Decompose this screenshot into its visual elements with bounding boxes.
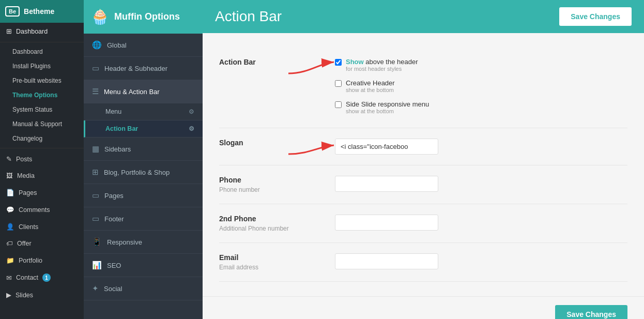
muffin-nav-responsive[interactable]: 📱 Responsive: [84, 231, 203, 254]
email-controls: [335, 253, 627, 269]
email-input[interactable]: [335, 253, 438, 269]
main-content: Action Bar Save Changes Action Bar: [203, 0, 644, 319]
second-phone-input[interactable]: [335, 215, 438, 231]
email-label-col: Email Email address: [219, 253, 323, 271]
sidebar-item-prebuilt[interactable]: Pre-built websites: [0, 73, 84, 88]
main-body: Action Bar Show above the header: [203, 33, 644, 296]
sidebar-item-dashboard-main[interactable]: ⊞ Dashboard: [0, 23, 84, 40]
global-icon: 🌐: [92, 40, 102, 50]
muffin-nav-menu-action-bar[interactable]: ☰ Menu & Action Bar: [84, 80, 203, 103]
sidebar-item-theme-options[interactable]: Theme Options: [0, 88, 84, 102]
email-row: Email Email address: [219, 243, 627, 282]
sidebar-item-contact[interactable]: ✉ Contact 1: [0, 269, 84, 286]
dashboard-grid-icon: ⊞: [6, 27, 12, 35]
sidebar-item-clients[interactable]: 👤 Clients: [0, 218, 84, 235]
show-above-header-checkbox[interactable]: [335, 59, 342, 66]
pages-nav-icon: ▭: [92, 191, 99, 200]
action-bar-row: Action Bar Show above the header: [219, 48, 627, 128]
muffin-nav-social[interactable]: ✦ Social: [84, 277, 203, 300]
email-sublabel: Email address: [219, 264, 323, 271]
phone-row: Phone Phone number: [219, 165, 627, 204]
sidebar-item-comments[interactable]: 💬 Comments: [0, 201, 84, 218]
page-title: Action Bar: [215, 8, 282, 25]
action-bar-label: Action Bar: [219, 58, 323, 66]
sidebar-item-media[interactable]: 🖼 Media: [0, 168, 84, 184]
sidebar-item-dashboard[interactable]: Dashboard: [0, 44, 84, 59]
sidebar-item-offer[interactable]: 🏷 Offer: [0, 235, 84, 252]
muffin-options-panel: 🧁 Muffin Options 🌐 Global ▭ Header & Sub…: [84, 0, 203, 319]
phone-input[interactable]: [335, 176, 438, 192]
action-bar-gear-icon: ⚙: [189, 125, 194, 132]
sidebar-item-posts[interactable]: ✎ Posts: [0, 150, 84, 168]
portfolio-icon: 📁: [6, 256, 14, 264]
wp-sidebar: Be Betheme ⊞ Dashboard Dashboard Install…: [0, 0, 84, 319]
side-slide-label: Side Slide responsive menu: [346, 100, 429, 108]
creative-header-sublabel: show at the bottom: [346, 87, 395, 93]
muffin-title: Muffin Options: [114, 11, 180, 22]
muffin-icon: 🧁: [91, 8, 109, 25]
be-badge: Be: [5, 6, 20, 17]
sidebar-item-label: Dashboard: [16, 28, 48, 35]
creative-header-checkbox[interactable]: [335, 80, 342, 87]
sidebar-item-system-status[interactable]: System Status: [0, 102, 84, 117]
header-icon: ▭: [92, 64, 99, 73]
slogan-input[interactable]: [335, 139, 438, 155]
menu-gear-icon: ⚙: [189, 108, 194, 115]
muffin-nav-blog-portfolio[interactable]: ⊞ Blog, Portfolio & Shop: [84, 161, 203, 184]
comments-icon: 💬: [6, 206, 14, 214]
second-phone-row: 2nd Phone Additional Phone number: [219, 204, 627, 243]
save-changes-button-bottom[interactable]: Save Changes: [555, 305, 627, 319]
second-phone-sublabel: Additional Phone number: [219, 225, 323, 232]
social-icon: ✦: [92, 284, 99, 293]
footer-icon: ▭: [92, 214, 99, 223]
main-header: Action Bar Save Changes: [203, 0, 644, 33]
muffin-subnav-action-bar[interactable]: Action Bar ⚙: [84, 120, 203, 138]
media-icon: 🖼: [6, 172, 13, 179]
sidebars-icon: ▦: [92, 144, 99, 154]
checkbox-creative-header: Creative Header show at the bottom: [335, 79, 627, 93]
sidebar-item-slides[interactable]: ▶ Slides: [0, 286, 84, 303]
slogan-controls: [335, 139, 627, 155]
seo-icon: 📊: [92, 261, 102, 270]
muffin-nav-footer[interactable]: ▭ Footer: [84, 207, 203, 231]
slides-icon: ▶: [6, 291, 11, 299]
slogan-label-col: Slogan: [219, 139, 323, 149]
sidebar-item-pages[interactable]: 📄 Pages: [0, 184, 84, 201]
muffin-subnav-menu[interactable]: Menu ⚙: [84, 103, 203, 120]
muffin-nav-sidebars[interactable]: ▦ Sidebars: [84, 138, 203, 161]
action-bar-label-col: Action Bar: [219, 58, 323, 68]
muffin-nav-header-subheader[interactable]: ▭ Header & Subheader: [84, 57, 203, 80]
show-above-header-label: Show above the header: [346, 58, 418, 66]
sidebar-brand-label: Betheme: [24, 7, 54, 16]
sidebar-item-portfolio[interactable]: 📁 Portfolio: [0, 252, 84, 269]
muffin-nav-seo[interactable]: 📊 SEO: [84, 254, 203, 277]
blog-icon: ⊞: [92, 168, 99, 177]
side-slide-checkbox[interactable]: [335, 101, 342, 108]
posts-icon: ✎: [6, 155, 12, 163]
muffin-header: 🧁 Muffin Options: [84, 0, 203, 34]
phone-label: Phone: [219, 176, 323, 184]
second-phone-label: 2nd Phone: [219, 215, 323, 223]
offer-icon: 🏷: [6, 240, 13, 247]
pages-icon: 📄: [6, 189, 14, 196]
phone-controls: [335, 176, 627, 192]
responsive-icon: 📱: [92, 237, 102, 247]
contact-badge: 1: [42, 274, 51, 282]
checkbox-show-above-header: Show above the header for most header st…: [335, 58, 627, 72]
slogan-row: Slogan: [219, 128, 627, 165]
save-changes-button-top[interactable]: Save Changes: [559, 7, 632, 26]
sidebar-brand[interactable]: Be Betheme: [0, 0, 84, 23]
phone-label-col: Phone Phone number: [219, 176, 323, 193]
muffin-nav-pages[interactable]: ▭ Pages: [84, 184, 203, 207]
sidebar-item-manual-support[interactable]: Manual & Support: [0, 117, 84, 131]
second-phone-controls: [335, 215, 627, 231]
muffin-nav-global[interactable]: 🌐 Global: [84, 34, 203, 57]
email-label: Email: [219, 253, 323, 262]
checkbox-side-slide: Side Slide responsive menu show at the b…: [335, 100, 627, 114]
action-bar-controls: Show above the header for most header st…: [335, 58, 627, 117]
contact-icon: ✉: [6, 274, 12, 282]
clients-icon: 👤: [6, 223, 14, 231]
sidebar-item-install-plugins[interactable]: Install Plugins: [0, 59, 84, 73]
sidebar-item-changelog[interactable]: Changelog: [0, 131, 84, 146]
phone-sublabel: Phone number: [219, 186, 323, 193]
